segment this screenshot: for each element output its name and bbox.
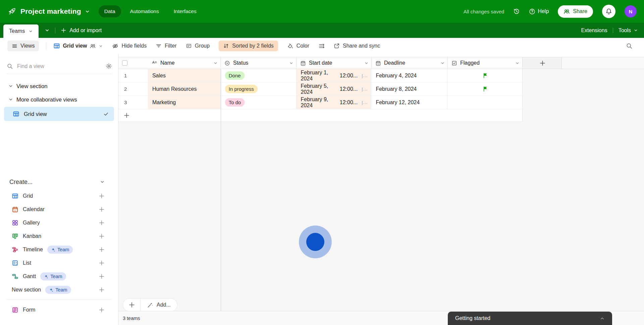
views-toggle-button[interactable]: Views [7, 41, 39, 51]
row-height-button[interactable] [318, 43, 325, 49]
add-with-ai-button[interactable]: Add... [141, 299, 177, 311]
add-record-label: Add... [157, 302, 171, 308]
cell-deadline[interactable]: February 4, 2024 [371, 69, 447, 82]
add-view-button[interactable] [99, 206, 105, 212]
sort-label: Sorted by 2 fields [232, 43, 274, 49]
frozen-column-divider[interactable] [221, 69, 221, 311]
sidebar-item-gallery[interactable]: Gallery [0, 216, 118, 230]
help-button[interactable]: Help [529, 8, 549, 15]
sort-arrows-icon [223, 43, 229, 49]
column-header-deadline[interactable]: 31 Deadline [372, 57, 448, 69]
table-tab-teams[interactable]: Teams [3, 24, 39, 38]
add-view-button[interactable] [99, 233, 105, 239]
extensions-button[interactable]: Extensions [581, 27, 607, 34]
nav-tab-automations[interactable]: Automations [124, 5, 165, 17]
group-label: Group [195, 43, 210, 49]
add-view-button[interactable] [99, 307, 105, 313]
column-header-flagged[interactable]: Flagged [448, 57, 523, 69]
getting-started-panel[interactable]: Getting started [448, 312, 612, 325]
avatar[interactable]: N [625, 5, 637, 17]
share-sync-button[interactable]: Share and sync [334, 43, 380, 49]
select-all-checkbox[interactable] [122, 60, 127, 66]
sidebar-item-kanban[interactable]: Kanban [0, 230, 118, 243]
current-view-button[interactable]: Grid view [53, 43, 103, 49]
add-view-button[interactable] [99, 247, 105, 253]
filter-button[interactable]: Filter [156, 43, 177, 49]
table-bar-right: Extensions Tools [581, 27, 638, 34]
column-header-name[interactable]: Name [148, 57, 221, 69]
column-label: Name [160, 60, 175, 66]
view-toolbar: Views Grid view Hide fields Filt [0, 38, 644, 54]
add-or-import-button[interactable]: Add or import [61, 27, 102, 34]
cell-name[interactable]: Sales [148, 69, 221, 82]
cell-deadline[interactable]: February 12, 2024 [371, 96, 447, 109]
sidebar-item-calendar[interactable]: 31 Calendar [0, 203, 118, 216]
cell-status[interactable]: To do [221, 96, 297, 109]
chevron-down-icon [8, 97, 13, 102]
cell-start-date[interactable]: February 1, 2024 12:00... |... [297, 69, 372, 82]
add-record-button[interactable] [123, 299, 141, 311]
share-button[interactable]: Share [558, 5, 593, 18]
team-badge: Team [47, 246, 73, 254]
gear-icon[interactable] [106, 63, 112, 69]
bell-icon [605, 8, 612, 15]
sidebar-item-new-section[interactable]: New section Team [0, 283, 118, 297]
sidebar-item-timeline[interactable]: Timeline Team [0, 243, 118, 256]
add-view-button[interactable] [99, 193, 105, 199]
add-view-button[interactable] [99, 260, 105, 266]
column-header-start-date[interactable]: 31 Start date [297, 57, 372, 69]
share-sync-label: Share and sync [343, 43, 380, 49]
cell-flagged[interactable] [447, 69, 522, 82]
table-row[interactable]: 1 Sales Done February 1, 2024 12:00... |… [118, 69, 523, 82]
date-value: February 9, 2024 [301, 96, 336, 109]
notifications-button[interactable] [602, 5, 615, 18]
sort-button[interactable]: Sorted by 2 fields [219, 41, 278, 51]
collab-views-section-header[interactable]: More collaborative views [0, 93, 118, 106]
cell-name[interactable]: Marketing [148, 96, 221, 109]
sidebar-item-grid[interactable]: Grid [0, 189, 118, 203]
add-view-button[interactable] [99, 273, 105, 279]
grid-view-icon [53, 43, 60, 49]
cell-status[interactable]: Done [221, 69, 297, 82]
sidebar-item-gantt[interactable]: Gantt Team [0, 270, 118, 283]
table-list-dropdown[interactable] [45, 28, 50, 33]
color-button[interactable]: Color [287, 43, 309, 49]
tools-button[interactable]: Tools [619, 27, 638, 34]
views-label: Views [20, 43, 35, 49]
item-label: Form [23, 307, 35, 313]
find-view-input[interactable]: Find a view [17, 63, 102, 69]
chevron-down-icon [634, 28, 638, 32]
hide-fields-button[interactable]: Hide fields [112, 43, 147, 49]
sidebar-item-form[interactable]: Form [0, 303, 118, 317]
base-switcher[interactable]: Project marketing [7, 7, 90, 16]
search-button[interactable] [626, 43, 633, 49]
cell-deadline[interactable]: February 8, 2024 [371, 82, 447, 95]
nav-tab-interfaces[interactable]: Interfaces [168, 5, 202, 17]
external-link-icon [334, 43, 340, 49]
item-label: Gallery [23, 220, 40, 226]
add-section-button[interactable] [99, 287, 105, 293]
history-icon[interactable] [513, 8, 520, 15]
cell-flagged[interactable] [447, 96, 522, 109]
view-section-header[interactable]: View section [0, 79, 118, 93]
sidebar-item-list[interactable]: List [0, 256, 118, 270]
cell-flagged[interactable] [447, 82, 522, 95]
column-label: Flagged [460, 60, 480, 66]
create-header[interactable]: Create... [0, 175, 118, 189]
table-row[interactable]: 3 Marketing To do February 9, 2024 12:00… [118, 96, 523, 109]
group-button[interactable]: Group [186, 43, 210, 49]
sidebar-item-grid-view[interactable]: Grid view [4, 107, 114, 121]
team-badge-label: Team [55, 287, 67, 292]
cell-start-date[interactable]: February 9, 2024 12:00... |... [297, 96, 372, 109]
nav-tab-data[interactable]: Data [99, 5, 121, 17]
column-header-status[interactable]: Status [221, 57, 297, 69]
cell-start-date[interactable]: February 5, 2024 12:00... |... [297, 82, 372, 95]
add-field-button[interactable] [523, 57, 562, 69]
add-row-button[interactable] [118, 109, 523, 122]
table-row[interactable]: 2 Human Resources In progress February 5… [118, 82, 523, 96]
cell-name[interactable]: Human Resources [148, 82, 221, 95]
cell-status[interactable]: In progress [221, 82, 297, 95]
item-label: Kanban [23, 233, 41, 239]
add-view-button[interactable] [99, 220, 105, 226]
filter-icon [156, 43, 162, 49]
